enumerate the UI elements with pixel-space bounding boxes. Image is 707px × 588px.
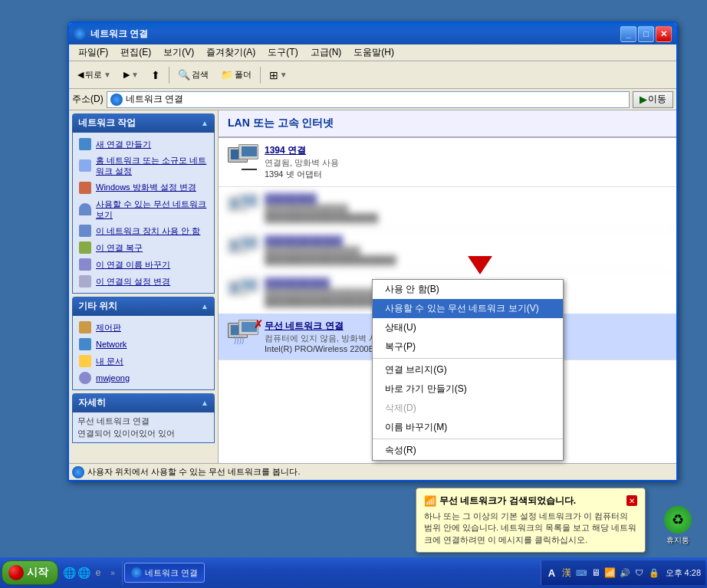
network-item-3[interactable]: ████████████ ████████████████ ██████████… (219, 229, 676, 271)
ctx-rename[interactable]: 이름 바꾸기(M) (373, 418, 563, 437)
ctx-bridge[interactable]: 연결 브리지(G) (373, 360, 563, 379)
x-mark-icon: ✗ (254, 318, 263, 330)
network-details-3: ████████████ ████████████████ ██████████… (265, 235, 667, 264)
network-item-2[interactable]: ████████ ██████████████ ████████████████… (219, 187, 676, 229)
details-header[interactable]: 자세히 ▲ (72, 393, 215, 412)
menu-file[interactable]: 파일(F) (72, 44, 114, 61)
window-icon (74, 28, 86, 40)
network-details-2: ████████ ██████████████ ████████████████… (265, 193, 667, 222)
network-tray-icon[interactable]: 🖥 (590, 567, 602, 579)
network-desc-1394: 1394 넷 어댑터 (265, 169, 667, 180)
quick-ie-icon[interactable]: e (92, 567, 104, 579)
folders-label: 폴더 (235, 69, 252, 80)
ctx-properties[interactable]: 속성(R) (373, 441, 563, 460)
start-button[interactable]: 시작 (2, 560, 58, 585)
notification-close-button[interactable]: ✕ (626, 495, 637, 506)
taskbar-network-item[interactable]: 네트워크 연결 (124, 563, 205, 583)
network-tasks-body: 새 연결 만들기 홈 네트워크 또는 소규모 네트워크 설정 Windows 방… (72, 133, 215, 294)
volume-icon[interactable]: 🔊 (619, 567, 631, 579)
input-method-icon[interactable]: A (546, 567, 558, 579)
menu-help[interactable]: 도움말(H) (347, 44, 400, 61)
network-item-1394[interactable]: 1394 연결 연결됨, 망화벽 사용 1394 넷 어댑터 (219, 138, 676, 187)
ime-icon[interactable]: ⌨ (575, 567, 587, 579)
back-button[interactable]: ◀ 뒤로 ▼ (72, 64, 117, 86)
korean-input-icon[interactable]: 漢 (561, 567, 573, 579)
menu-tools[interactable]: 도구(T) (261, 44, 304, 61)
repair-icon (79, 241, 91, 254)
notification-text: 하나 또는 그 이상의 기본 설정 네트워크가 이 컴퓨터의 범위 안에 있습니… (424, 511, 637, 546)
wireless-tray-icon[interactable]: 📶 (604, 567, 617, 579)
network-tasks-header[interactable]: 네트워크 작업 ▲ (72, 113, 215, 133)
firewall-link[interactable]: Windows 방화벽 설정 변경 (77, 179, 209, 196)
window-title: 네트워크 연결 (90, 28, 620, 41)
firewall-label: Windows 방화벽 설정 변경 (96, 182, 196, 192)
separator-icon: » (107, 567, 119, 579)
other-places-header[interactable]: 기타 위치 ▲ (72, 297, 215, 316)
maximize-button[interactable]: □ (638, 26, 654, 42)
security-icon[interactable]: 🔒 (648, 567, 660, 579)
network-tasks-title: 네트워크 작업 (78, 117, 136, 130)
address-label: 주소(D) (72, 93, 104, 106)
view-wireless-link[interactable]: 사용할 수 있는 무선 네트워크 보기 (77, 196, 209, 223)
up-icon: ⬆ (151, 69, 160, 81)
toolbar-sep-1 (169, 67, 169, 84)
ctx-disable[interactable]: 사용 안 함(B) (373, 280, 563, 299)
ctx-view-wireless[interactable]: 사용할 수 있는 무선 네트워크 보기(V) (373, 299, 563, 318)
repair-link[interactable]: 이 연결 복구 (77, 239, 209, 256)
new-connection-link[interactable]: 새 연결 만들기 (77, 136, 209, 153)
status-bar-icon (72, 466, 84, 478)
network-link[interactable]: Network (77, 336, 209, 353)
forward-dropdown-icon: ▼ (131, 71, 139, 79)
details-body: 무선 네트워크 연결연결되어 있이어있어 있어 (72, 412, 215, 443)
other-places-section: 기타 위치 ▲ 제어판 Network (72, 297, 215, 390)
start-button-label: 시작 (27, 566, 48, 580)
address-input[interactable]: 네트워크 연결 (107, 91, 630, 108)
search-button[interactable]: 🔍 검색 (173, 64, 214, 86)
mwjeong-link[interactable]: mwjeong (77, 370, 209, 386)
back-dropdown-icon: ▼ (104, 71, 111, 79)
details-content: 무선 네트워크 연결연결되어 있이어있어 있어 (77, 416, 209, 439)
network-name-1394[interactable]: 1394 연결 (265, 144, 667, 157)
ie-icon[interactable]: 🌐 (63, 567, 75, 579)
safety-icon[interactable]: 🛡 (633, 567, 646, 579)
adapter-icon-3 (228, 235, 258, 260)
search-icon: 🔍 (178, 69, 190, 80)
ctx-shortcut[interactable]: 바로 가기 만들기(S) (373, 379, 563, 399)
taskbar-net-label: 네트워크 연결 (145, 567, 198, 579)
forward-button[interactable]: ▶ ▼ (118, 64, 144, 86)
address-go-button[interactable]: ▶ 이동 (633, 91, 673, 108)
other-places-title: 기타 위치 (78, 300, 117, 313)
notification-bubble[interactable]: 📶 무선 네트워크가 검색되었습니다. ✕ 하나 또는 그 이상의 기본 설정 … (416, 488, 646, 553)
forward-arrow-icon: ▶ (123, 70, 130, 80)
menu-edit[interactable]: 편집(E) (114, 44, 157, 61)
up-button[interactable]: ⬆ (146, 64, 166, 86)
menu-view[interactable]: 보기(V) (157, 44, 200, 61)
disable-device-link[interactable]: 이 네트워크 장치 사용 안 함 (77, 222, 209, 239)
wireless-signal-icon: 📶 (424, 495, 436, 507)
minimize-button[interactable]: _ (620, 26, 636, 42)
menu-advanced[interactable]: 고급(N) (304, 44, 348, 61)
rename-link[interactable]: 이 연결 이름 바꾸기 (77, 256, 209, 273)
home-network-link[interactable]: 홈 네트워크 또는 소규모 네트워크 설정 (77, 153, 209, 179)
home-network-icon (79, 159, 91, 172)
views-button[interactable]: ⊞ ▼ (264, 64, 293, 86)
change-settings-link[interactable]: 이 연결의 설정 변경 (77, 273, 209, 290)
menu-favorites[interactable]: 즐겨찾기(A) (200, 44, 261, 61)
details-collapse-icon: ▲ (201, 399, 209, 407)
ie2-icon[interactable]: 🌐 (77, 567, 90, 579)
ctx-status[interactable]: 상태(U) (373, 318, 563, 337)
repair-label: 이 연결 복구 (96, 242, 143, 253)
context-menu: 사용 안 함(B) 사용할 수 있는 무선 네트워크 보기(V) 상태(U) 복… (372, 279, 564, 461)
desktop-icon-recycle[interactable]: ♻ 휴지통 (664, 506, 692, 546)
folders-button[interactable]: 📁 폴더 (215, 64, 257, 86)
my-documents-link[interactable]: 내 문서 (77, 353, 209, 370)
ctx-repair[interactable]: 복구(P) (373, 337, 563, 356)
views-icon: ⊞ (269, 69, 278, 81)
close-button[interactable]: ✕ (656, 26, 672, 42)
right-content: LAN 또는 고속 인터넷 (219, 110, 676, 480)
mwjeong-icon (79, 372, 91, 384)
system-tray: A 漢 ⌨ 🖥 📶 🔊 🛡 🔒 오후 4:28 (541, 560, 705, 585)
control-panel-link[interactable]: 제어판 (77, 319, 209, 336)
main-area: 네트워크 작업 ▲ 새 연결 만들기 홈 네트워크 또는 소규모 네트워크 설정 (69, 110, 676, 480)
adapter-icon-wireless: )))) ✗ (228, 320, 258, 344)
